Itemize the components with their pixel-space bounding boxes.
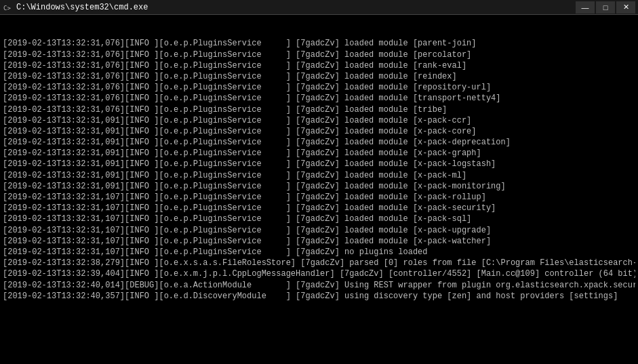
log-line: [2019-02-13T13:32:31,107][INFO ][o.e.p.P…: [3, 247, 635, 258]
maximize-button[interactable]: □: [596, 1, 615, 14]
log-line: [2019-02-13T13:32:31,091][INFO ][o.e.p.P…: [3, 126, 635, 137]
svg-text:C>: C>: [3, 5, 11, 12]
minimize-button[interactable]: —: [576, 1, 595, 14]
log-line: [2019-02-13T13:32:31,091][INFO ][o.e.p.P…: [3, 137, 635, 148]
log-line: [2019-02-13T13:32:31,091][INFO ][o.e.p.P…: [3, 170, 635, 181]
log-line: [2019-02-13T13:32:31,076][INFO ][o.e.p.P…: [3, 38, 635, 49]
log-line: [2019-02-13T13:32:31,107][INFO ][o.e.p.P…: [3, 236, 635, 247]
log-line: [2019-02-13T13:32:31,076][INFO ][o.e.p.P…: [3, 104, 635, 115]
log-line: [2019-02-13T13:32:38,279][INFO ][o.e.x.s…: [3, 258, 635, 268]
title-bar-left: C> C:\Windows\system32\cmd.exe: [3, 3, 148, 12]
log-line: [2019-02-13T13:32:31,091][INFO ][o.e.p.P…: [3, 159, 635, 169]
log-line: [2019-02-13T13:32:31,076][INFO ][o.e.p.P…: [3, 49, 635, 60]
close-button[interactable]: ✕: [616, 1, 635, 14]
cmd-icon: C>: [3, 3, 12, 12]
log-line: [2019-02-13T13:32:39,404][INFO ][o.e.x.m…: [3, 268, 635, 279]
window-title: C:\Windows\system32\cmd.exe: [16, 3, 148, 12]
log-line: [2019-02-13T13:32:40,014][DEBUG][o.e.a.A…: [3, 280, 635, 291]
log-line: [2019-02-13T13:32:31,107][INFO ][o.e.p.P…: [3, 203, 635, 214]
log-line: [2019-02-13T13:32:31,091][INFO ][o.e.p.P…: [3, 115, 635, 126]
log-line: [2019-02-13T13:32:31,107][INFO ][o.e.p.P…: [3, 214, 635, 224]
log-line: [2019-02-13T13:32:31,091][INFO ][o.e.p.P…: [3, 181, 635, 192]
window-controls: — □ ✕: [576, 1, 635, 14]
log-line: [2019-02-13T13:32:31,076][INFO ][o.e.p.P…: [3, 60, 635, 71]
log-line: [2019-02-13T13:32:31,107][INFO ][o.e.p.P…: [3, 225, 635, 236]
title-bar: C> C:\Windows\system32\cmd.exe — □ ✕: [0, 0, 638, 15]
console-output: [2019-02-13T13:32:31,076][INFO ][o.e.p.P…: [0, 15, 638, 364]
log-line: [2019-02-13T13:32:40,357][INFO ][o.e.d.D…: [3, 291, 635, 302]
log-line: [2019-02-13T13:32:31,107][INFO ][o.e.p.P…: [3, 192, 635, 203]
window-container: C> C:\Windows\system32\cmd.exe — □ ✕ [20…: [0, 0, 638, 364]
log-line: [2019-02-13T13:32:31,091][INFO ][o.e.p.P…: [3, 148, 635, 159]
log-line: [2019-02-13T13:32:31,076][INFO ][o.e.p.P…: [3, 82, 635, 93]
log-line: [2019-02-13T13:32:31,076][INFO ][o.e.p.P…: [3, 93, 635, 104]
log-line: [2019-02-13T13:32:31,076][INFO ][o.e.p.P…: [3, 71, 635, 82]
